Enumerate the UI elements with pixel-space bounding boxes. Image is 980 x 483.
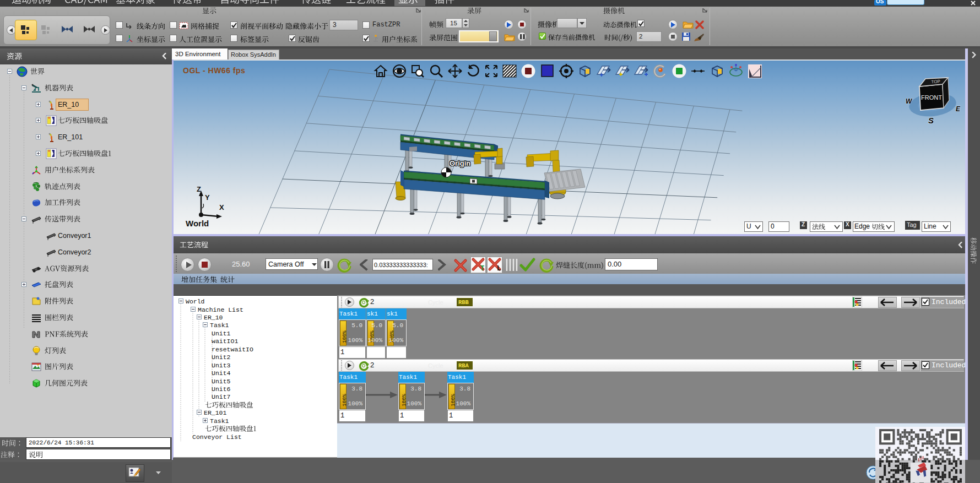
svg-text:FRONT: FRONT <box>921 94 942 101</box>
svg-text:TOP: TOP <box>931 79 940 84</box>
svg-text:S: S <box>928 116 934 125</box>
svg-text:100%: 100% <box>342 394 347 406</box>
svg-text:100%: 100% <box>450 394 456 406</box>
svg-text:100%: 100% <box>342 330 347 343</box>
svg-text:100%: 100% <box>401 394 407 406</box>
svg-text:W: W <box>906 97 913 105</box>
svg-text:E: E <box>956 105 961 113</box>
